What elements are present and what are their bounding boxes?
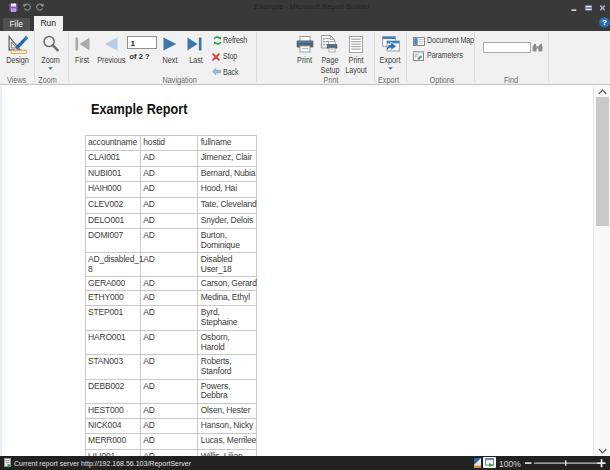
svg-text:?: ? <box>602 18 607 27</box>
